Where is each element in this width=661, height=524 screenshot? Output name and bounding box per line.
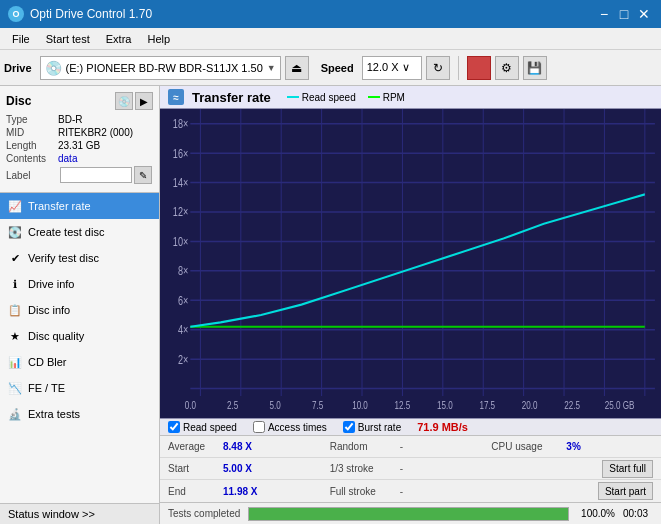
disc-info-icon: 📋	[8, 303, 22, 317]
nav-extra-tests-label: Extra tests	[28, 408, 80, 420]
access-times-checkbox[interactable]: Access times	[253, 421, 327, 433]
svg-rect-0	[160, 109, 661, 418]
start-full-button[interactable]: Start full	[602, 460, 653, 478]
main-layout: Disc 💿 ▶ Type BD-R MID RITEKBR2 (000) Le…	[0, 86, 661, 524]
svg-text:8×: 8×	[178, 264, 188, 278]
disc-icon-btn2[interactable]: ▶	[135, 92, 153, 110]
svg-text:22.5: 22.5	[564, 399, 580, 412]
avg-value: 8.48 X	[223, 441, 268, 452]
disc-header: Disc	[6, 94, 31, 108]
menu-bar: File Start test Extra Help	[0, 28, 661, 50]
svg-text:20.0: 20.0	[522, 399, 538, 412]
menu-help[interactable]: Help	[139, 31, 178, 47]
nav-extra-tests[interactable]: 🔬 Extra tests	[0, 401, 159, 427]
access-times-check-input[interactable]	[253, 421, 265, 433]
status-window-button[interactable]: Status window >>	[0, 503, 159, 524]
progress-label: Tests completed	[168, 508, 240, 519]
menu-extra[interactable]: Extra	[98, 31, 140, 47]
drive-label: Drive	[4, 62, 32, 74]
color-button[interactable]	[467, 56, 491, 80]
nav-transfer-rate-label: Transfer rate	[28, 200, 91, 212]
drive-dropdown-arrow: ▼	[267, 63, 276, 73]
stats-area: Average 8.48 X Random - CPU usage 3% Sta…	[160, 435, 661, 502]
svg-text:17.5: 17.5	[479, 399, 495, 412]
legend-read-label: Read speed	[302, 92, 356, 103]
sidebar: Disc 💿 ▶ Type BD-R MID RITEKBR2 (000) Le…	[0, 86, 160, 524]
settings-button[interactable]: ⚙	[495, 56, 519, 80]
fe-te-icon: 📉	[8, 381, 22, 395]
chart-container: 18× 16× 14× 12× 10× 8× 6× 4× 2× 0.0 2.5 …	[160, 109, 661, 418]
nav-drive-info[interactable]: ℹ Drive info	[0, 271, 159, 297]
svg-text:2.5: 2.5	[227, 399, 239, 412]
separator	[458, 56, 459, 80]
avg-label: Average	[168, 441, 223, 452]
end-stat: End 11.98 X	[168, 486, 330, 497]
length-label: Length	[6, 140, 58, 151]
svg-text:16×: 16×	[173, 146, 188, 160]
nav-cd-bler-label: CD Bler	[28, 356, 67, 368]
contents-label: Contents	[6, 153, 58, 164]
chart-legend: Read speed RPM	[287, 92, 405, 103]
mid-label: MID	[6, 127, 58, 138]
nav-disc-quality[interactable]: ★ Disc quality	[0, 323, 159, 349]
chart-icon: ≈	[168, 89, 184, 105]
nav-cd-bler[interactable]: 📊 CD Bler	[0, 349, 159, 375]
burst-rate-check-label: Burst rate	[358, 422, 401, 433]
progress-bar-outer	[248, 507, 569, 521]
burst-rate-checkbox[interactable]: Burst rate	[343, 421, 401, 433]
type-label: Type	[6, 114, 58, 125]
start-part-stat: Start part	[491, 482, 653, 500]
mid-value: RITEKBR2 (000)	[58, 127, 133, 138]
menu-file[interactable]: File	[4, 31, 38, 47]
contents-value: data	[58, 153, 77, 164]
save-button[interactable]: 💾	[523, 56, 547, 80]
close-button[interactable]: ✕	[635, 5, 653, 23]
disc-icon-btn1[interactable]: 💿	[115, 92, 133, 110]
progress-area: Tests completed 100.0% 00:03	[160, 502, 661, 524]
stroke1-value: -	[400, 463, 420, 474]
svg-text:7.5: 7.5	[312, 399, 324, 412]
legend-read-dot	[287, 96, 299, 98]
start-full-stat: Start full	[491, 460, 653, 478]
disc-panel: Disc 💿 ▶ Type BD-R MID RITEKBR2 (000) Le…	[0, 86, 159, 193]
label-input[interactable]	[60, 167, 132, 183]
nav-disc-info[interactable]: 📋 Disc info	[0, 297, 159, 323]
start-part-button[interactable]: Start part	[598, 482, 653, 500]
title-bar: O Opti Drive Control 1.70 − □ ✕	[0, 0, 661, 28]
svg-text:10×: 10×	[173, 234, 188, 248]
nav-transfer-rate[interactable]: 📈 Transfer rate	[0, 193, 159, 219]
drive-selector[interactable]: 💿 (E:) PIONEER BD-RW BDR-S11JX 1.50 ▼	[40, 56, 281, 80]
nav-drive-info-label: Drive info	[28, 278, 74, 290]
stroke1-label: 1/3 stroke	[330, 463, 400, 474]
label-edit-btn[interactable]: ✎	[134, 166, 152, 184]
nav-verify-disc-label: Verify test disc	[28, 252, 99, 264]
read-speed-checkbox[interactable]: Read speed	[168, 421, 237, 433]
maximize-button[interactable]: □	[615, 5, 633, 23]
legend-read: Read speed	[287, 92, 356, 103]
verify-disc-icon: ✔	[8, 251, 22, 265]
nav-create-test-disc[interactable]: 💽 Create test disc	[0, 219, 159, 245]
transfer-rate-icon: 📈	[8, 199, 22, 213]
progress-bar-inner	[249, 508, 568, 520]
content-area: ≈ Transfer rate Read speed RPM	[160, 86, 661, 524]
chart-header: ≈ Transfer rate Read speed RPM	[160, 86, 661, 109]
start-label: Start	[168, 463, 223, 474]
minimize-button[interactable]: −	[595, 5, 613, 23]
svg-text:6×: 6×	[178, 293, 188, 307]
eject-button[interactable]: ⏏	[285, 56, 309, 80]
random-stat: Random -	[330, 441, 492, 452]
nav-verify-test-disc[interactable]: ✔ Verify test disc	[0, 245, 159, 271]
cd-bler-icon: 📊	[8, 355, 22, 369]
nav-fe-te-label: FE / TE	[28, 382, 65, 394]
nav-fe-te[interactable]: 📉 FE / TE	[0, 375, 159, 401]
speed-label: Speed	[321, 62, 354, 74]
stroke1-stat: 1/3 stroke -	[330, 463, 492, 474]
label-label: Label	[6, 170, 58, 181]
burst-rate-check-input[interactable]	[343, 421, 355, 433]
legend-rpm-label: RPM	[383, 92, 405, 103]
menu-start-test[interactable]: Start test	[38, 31, 98, 47]
toolbar: Drive 💿 (E:) PIONEER BD-RW BDR-S11JX 1.5…	[0, 50, 661, 86]
speed-selector[interactable]: 12.0 X ∨	[362, 56, 422, 80]
read-speed-check-input[interactable]	[168, 421, 180, 433]
refresh-button[interactable]: ↻	[426, 56, 450, 80]
